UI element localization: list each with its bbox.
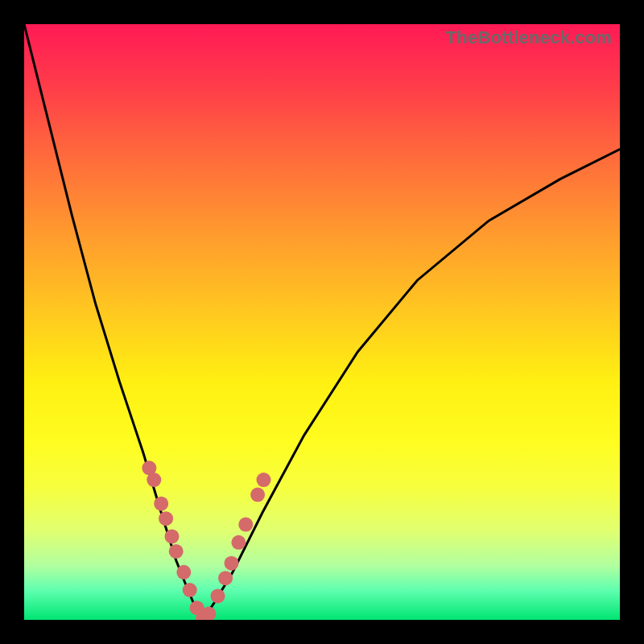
marker-dot [225, 556, 239, 571]
marker-dot [169, 544, 184, 559]
right-branch-line [203, 149, 620, 620]
marker-dots-group [142, 460, 270, 620]
marker-dot [147, 473, 161, 487]
marker-dot [257, 473, 271, 487]
marker-dot [154, 497, 168, 511]
marker-dot [176, 565, 191, 580]
marker-dot [159, 511, 173, 526]
plot-area: TheBottleneck.com [24, 24, 620, 620]
marker-dot [211, 588, 225, 603]
marker-dot [231, 535, 246, 550]
marker-dot [218, 571, 233, 585]
marker-dot [238, 518, 253, 532]
marker-dot [250, 488, 265, 502]
chart-frame: TheBottleneck.com [0, 0, 644, 644]
marker-dot [165, 529, 180, 543]
chart-svg [24, 24, 620, 620]
marker-dot [183, 583, 197, 597]
left-branch-line [24, 24, 203, 620]
